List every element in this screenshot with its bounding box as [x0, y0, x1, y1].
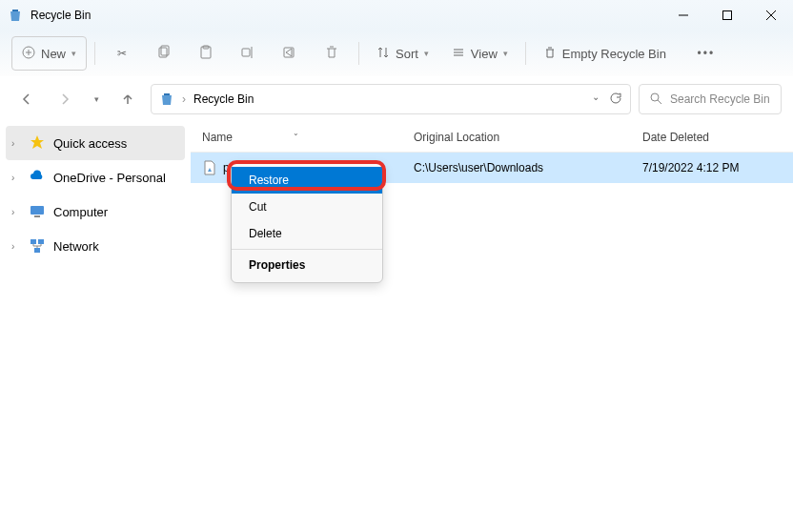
- rename-button[interactable]: [229, 36, 267, 71]
- search-placeholder: Search Recycle Bin: [670, 92, 770, 106]
- sidebar-item-label: Computer: [53, 205, 108, 219]
- chevron-right-icon: ›: [11, 138, 21, 149]
- file-name: p: [223, 161, 230, 174]
- content-area: › Quick access › OneDrive - Personal › C…: [0, 122, 793, 532]
- column-header-original-location[interactable]: Original Location: [402, 131, 631, 144]
- context-menu-properties[interactable]: Properties: [232, 252, 382, 278]
- svg-rect-20: [34, 215, 40, 217]
- chevron-right-icon: ›: [11, 241, 21, 252]
- monitor-icon: [29, 203, 46, 220]
- new-button[interactable]: New ▾: [11, 36, 87, 71]
- search-icon: [649, 92, 662, 108]
- sort-button[interactable]: Sort ▾: [367, 36, 438, 71]
- clipboard-icon: [198, 45, 214, 63]
- svg-rect-21: [30, 239, 36, 244]
- svg-rect-23: [34, 248, 40, 253]
- maximize-button[interactable]: [705, 0, 749, 31]
- context-menu-delete[interactable]: Delete: [232, 220, 382, 247]
- window-controls: [661, 0, 793, 31]
- file-original-location: C:\Users\user\Downloads: [414, 161, 543, 174]
- copy-icon: [156, 45, 172, 63]
- sidebar-item-network[interactable]: › Network: [6, 229, 185, 263]
- file-icon: [202, 160, 217, 175]
- sort-indicator-icon: ⌄: [293, 129, 299, 137]
- breadcrumb-separator: ›: [182, 92, 186, 106]
- context-menu-cut[interactable]: Cut: [232, 194, 382, 220]
- sidebar-item-computer[interactable]: › Computer: [6, 194, 185, 229]
- cloud-icon: [29, 169, 46, 186]
- separator: [94, 42, 95, 65]
- sidebar-item-label: OneDrive - Personal: [53, 171, 166, 185]
- new-label: New: [41, 47, 66, 61]
- trash-icon: [324, 45, 339, 63]
- svg-rect-1: [723, 11, 732, 20]
- recycle-bin-icon: [8, 8, 23, 23]
- recent-button[interactable]: ▾: [88, 84, 105, 114]
- sidebar-item-label: Quick access: [53, 136, 127, 151]
- chevron-down-icon: ▾: [503, 49, 508, 58]
- network-icon: [29, 237, 46, 255]
- search-input[interactable]: Search Recycle Bin: [639, 84, 782, 114]
- chevron-down-icon[interactable]: ⌄: [592, 92, 600, 108]
- recycle-bin-icon: [159, 92, 174, 107]
- svg-rect-19: [30, 206, 44, 215]
- sidebar: › Quick access › OneDrive - Personal › C…: [0, 122, 191, 532]
- svg-rect-11: [242, 49, 250, 56]
- view-button[interactable]: View ▾: [442, 36, 518, 71]
- sidebar-item-label: Network: [53, 239, 99, 254]
- toolbar: New ▾ ✂ Sort ▾ View ▾ Empty Recycle Bin …: [0, 31, 793, 76]
- chevron-down-icon: ▾: [94, 94, 99, 104]
- up-button[interactable]: [112, 84, 143, 114]
- column-headers: Name ⌄ Original Location Date Deleted: [191, 122, 793, 153]
- minimize-button[interactable]: [661, 0, 705, 31]
- navbar: ▾ › Recycle Bin ⌄ Search Recycle Bin: [0, 76, 793, 122]
- window-title: Recycle Bin: [30, 9, 661, 22]
- view-icon: [452, 46, 465, 62]
- share-icon: [282, 45, 297, 63]
- ellipsis-icon: •••: [698, 47, 716, 60]
- plus-icon: [22, 46, 35, 62]
- titlebar: Recycle Bin: [0, 0, 793, 31]
- sort-icon: [376, 46, 390, 62]
- view-label: View: [471, 47, 498, 61]
- empty-recycle-bin-button[interactable]: Empty Recycle Bin: [534, 36, 676, 71]
- svg-rect-22: [38, 239, 44, 244]
- address-bar[interactable]: › Recycle Bin ⌄: [151, 84, 631, 114]
- svg-point-17: [651, 93, 659, 101]
- column-header-name[interactable]: Name ⌄: [191, 131, 402, 144]
- rename-icon: [240, 45, 255, 63]
- chevron-right-icon: ›: [11, 173, 21, 183]
- separator: [358, 42, 359, 65]
- copy-button[interactable]: [145, 36, 183, 71]
- file-date-deleted: 7/19/2022 4:12 PM: [642, 161, 739, 174]
- share-button[interactable]: [271, 36, 309, 71]
- sort-label: Sort: [396, 47, 418, 61]
- sidebar-item-onedrive[interactable]: › OneDrive - Personal: [6, 160, 185, 194]
- separator: [525, 42, 526, 65]
- svg-line-18: [658, 100, 661, 104]
- chevron-right-icon: ›: [11, 207, 21, 217]
- context-menu: Restore Cut Delete Properties: [231, 162, 383, 283]
- separator: [232, 249, 382, 250]
- forward-button[interactable]: [50, 84, 80, 114]
- refresh-icon[interactable]: [609, 92, 622, 108]
- trash-icon: [543, 46, 557, 62]
- breadcrumb-current[interactable]: Recycle Bin: [193, 92, 254, 106]
- back-button[interactable]: [11, 84, 42, 114]
- star-icon: [29, 134, 46, 152]
- close-button[interactable]: [749, 0, 793, 31]
- cut-button[interactable]: ✂: [103, 36, 141, 71]
- empty-label: Empty Recycle Bin: [562, 47, 666, 61]
- more-button[interactable]: •••: [687, 36, 725, 71]
- delete-button[interactable]: [313, 36, 351, 71]
- sidebar-item-quick-access[interactable]: › Quick access: [6, 126, 185, 160]
- scissors-icon: ✂: [117, 47, 127, 60]
- context-menu-restore[interactable]: Restore: [232, 167, 382, 194]
- paste-button[interactable]: [187, 36, 225, 71]
- chevron-down-icon: ▾: [424, 49, 429, 58]
- column-header-date-deleted[interactable]: Date Deleted: [631, 131, 793, 144]
- chevron-down-icon: ▾: [71, 49, 76, 58]
